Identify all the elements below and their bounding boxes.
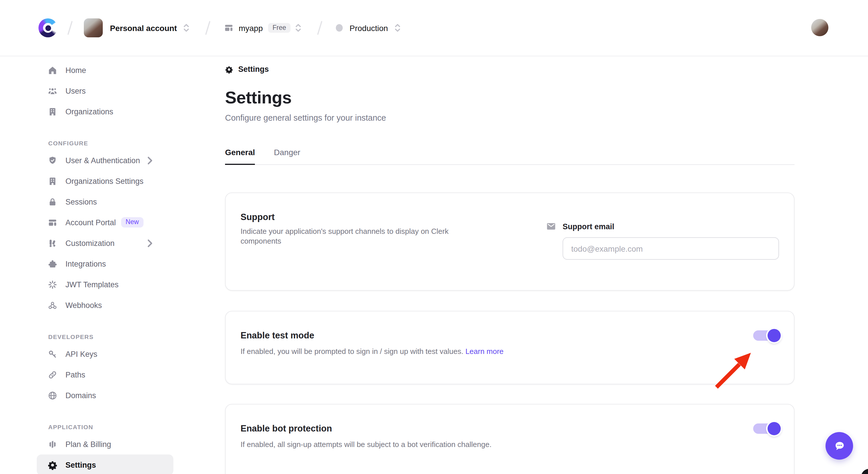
new-badge: New <box>121 217 144 228</box>
customization-icon <box>48 238 57 248</box>
page-breadcrumb: Settings <box>225 65 795 73</box>
bot-protection-title: Enable bot protection <box>241 423 332 434</box>
clerk-logo-icon <box>38 19 57 37</box>
support-card: Support Indicate your application's supp… <box>225 192 795 291</box>
breadcrumb-separator <box>67 21 72 35</box>
account-avatar <box>84 19 102 37</box>
breadcrumb-separator <box>205 21 210 35</box>
webhook-icon <box>48 300 57 310</box>
support-card-description: Indicate your application's support chan… <box>241 226 482 246</box>
support-email-input[interactable] <box>563 237 779 260</box>
gear-icon <box>225 65 233 73</box>
test-mode-title: Enable test mode <box>241 330 314 341</box>
sidebar-item-sessions[interactable]: Sessions <box>37 191 174 212</box>
test-mode-description: If enabled, you will be prompted to sign… <box>241 347 780 356</box>
bot-protection-description: If enabled, all sign-up attempts will be… <box>241 440 780 449</box>
sidebar-item-user-authentication[interactable]: User & Authentication <box>37 150 174 171</box>
shield-check-icon <box>48 155 57 165</box>
key-icon <box>48 349 57 359</box>
link-icon <box>48 370 57 380</box>
chevron-up-down-icon[interactable] <box>394 23 401 33</box>
environment-name: Production <box>350 23 388 32</box>
sidebar-item-plan-billing[interactable]: Plan & Billing <box>37 434 174 454</box>
chevron-up-down-icon[interactable] <box>296 23 302 33</box>
environment-switcher[interactable]: Production <box>336 23 401 33</box>
plan-badge: Free <box>268 23 290 33</box>
sidebar-item-customization[interactable]: Customization <box>37 233 174 254</box>
lock-icon <box>48 197 57 207</box>
breadcrumb-separator <box>317 21 322 35</box>
application-switcher[interactable]: myapp Free <box>224 23 301 33</box>
support-card-text: Support Indicate your application's supp… <box>241 209 546 290</box>
building-icon <box>48 176 57 186</box>
sidebar-item-account-portal[interactable]: Account Portal New <box>37 212 174 233</box>
support-email-field-group: Support email <box>546 221 779 290</box>
tab-danger[interactable]: Danger <box>274 148 300 164</box>
user-menu-avatar[interactable] <box>811 19 828 36</box>
sidebar-item-jwt-templates[interactable]: JWT Templates <box>37 274 174 295</box>
chat-bubble-icon <box>832 438 847 453</box>
sidebar-item-settings[interactable]: Settings <box>37 454 174 474</box>
sidebar-item-users[interactable]: Users <box>37 81 174 101</box>
sidebar-item-integrations[interactable]: Integrations <box>37 254 174 274</box>
tab-general[interactable]: General <box>225 148 255 164</box>
users-icon <box>48 86 57 96</box>
browser-window-icon <box>48 217 57 227</box>
chevron-right-icon <box>145 155 155 165</box>
browser-window-icon <box>224 23 234 33</box>
application-name: myapp <box>239 23 262 32</box>
test-mode-card: Enable test mode If enabled, you will be… <box>225 311 795 384</box>
bot-protection-card: Enable bot protection If enabled, all si… <box>225 404 795 474</box>
sidebar-section-developers: DEVELOPERS <box>48 333 225 340</box>
chevron-right-icon <box>145 238 155 248</box>
toggle-knob <box>768 329 781 342</box>
sidebar-item-organizations[interactable]: Organizations <box>37 101 174 122</box>
account-switcher[interactable]: Personal account <box>84 19 189 37</box>
sidebar-item-organizations-settings[interactable]: Organizations Settings <box>37 171 174 191</box>
learn-more-link[interactable]: Learn more <box>465 347 503 356</box>
sidebar-section-configure: CONFIGURE <box>48 140 225 147</box>
support-card-title: Support <box>241 212 546 223</box>
puzzle-icon <box>48 259 57 269</box>
sidebar-item-paths[interactable]: Paths <box>37 364 174 385</box>
bot-protection-toggle[interactable] <box>753 423 780 434</box>
test-mode-toggle[interactable] <box>753 330 780 341</box>
clerk-dashboard: Personal account myapp Free Production <box>0 0 868 474</box>
gear-icon <box>48 460 57 470</box>
globe-icon <box>48 390 57 400</box>
account-name: Personal account <box>110 23 177 32</box>
sidebar-item-home[interactable]: Home <box>37 60 174 81</box>
environment-dot-icon <box>336 24 343 32</box>
building-icon <box>48 107 57 116</box>
home-icon <box>48 65 57 75</box>
tab-bar: General Danger <box>225 148 795 165</box>
support-chat-button[interactable] <box>826 432 853 460</box>
chevron-up-down-icon[interactable] <box>183 23 189 33</box>
page-title: Settings <box>225 88 795 108</box>
sidebar-item-api-keys[interactable]: API Keys <box>37 344 174 364</box>
page-body: Home Users Organizations CO <box>0 56 868 474</box>
main-content: Settings Settings Configure general sett… <box>225 56 795 474</box>
sidebar-section-application: APPLICATION <box>48 423 225 430</box>
sidebar-item-webhooks[interactable]: Webhooks <box>37 295 174 316</box>
toggle-knob <box>768 422 781 435</box>
top-bar: Personal account myapp Free Production <box>0 0 868 56</box>
billing-bars-icon <box>48 439 57 449</box>
page-subtitle: Configure general settings for your inst… <box>225 113 795 122</box>
sidebar: Home Users Organizations CO <box>0 56 225 474</box>
spark-icon <box>48 279 57 289</box>
envelope-icon <box>546 221 556 232</box>
sidebar-item-domains[interactable]: Domains <box>37 385 174 406</box>
support-email-label: Support email <box>563 222 614 231</box>
